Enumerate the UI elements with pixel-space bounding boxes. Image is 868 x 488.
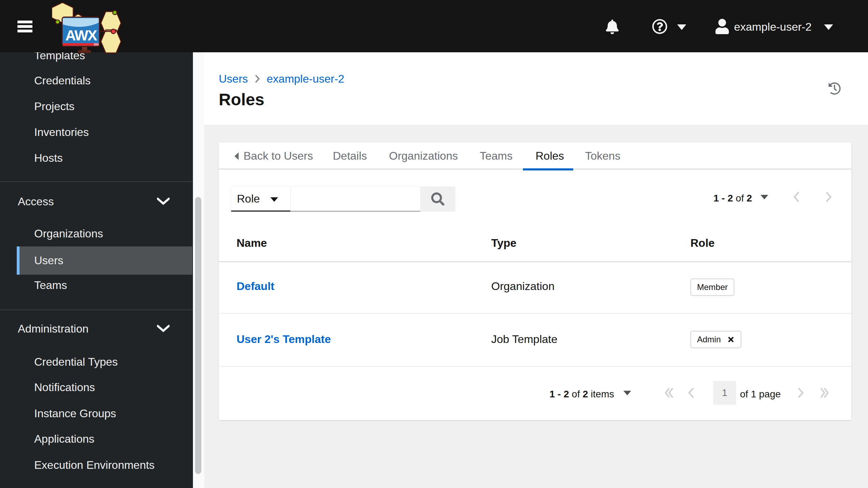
svg-text:AWX: AWX (65, 27, 97, 44)
